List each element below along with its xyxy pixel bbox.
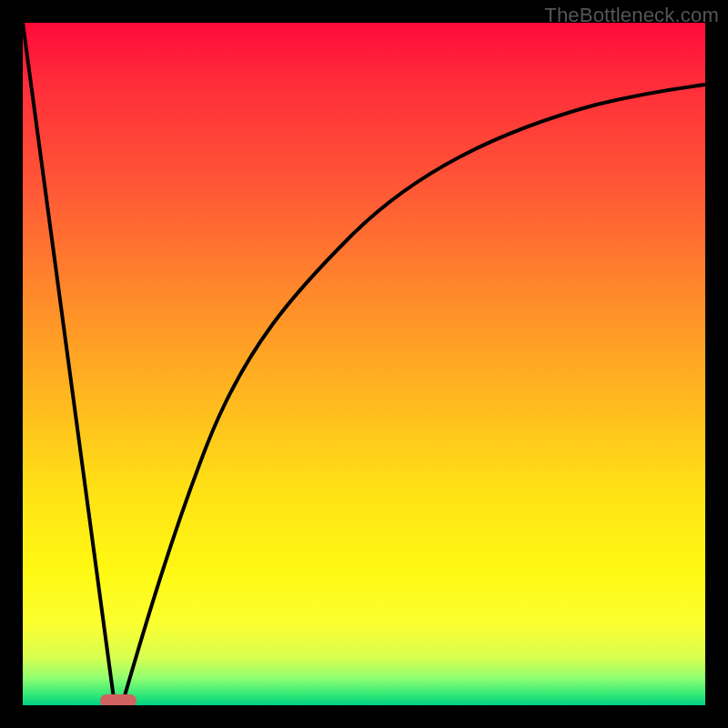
right-branch-line xyxy=(122,85,705,705)
watermark-text: TheBottleneck.com xyxy=(544,4,719,27)
chart-frame: TheBottleneck.com xyxy=(0,0,728,728)
plot-area xyxy=(23,23,705,705)
bottleneck-marker xyxy=(100,694,136,705)
left-branch-line xyxy=(23,23,115,705)
curve-layer xyxy=(23,23,705,705)
